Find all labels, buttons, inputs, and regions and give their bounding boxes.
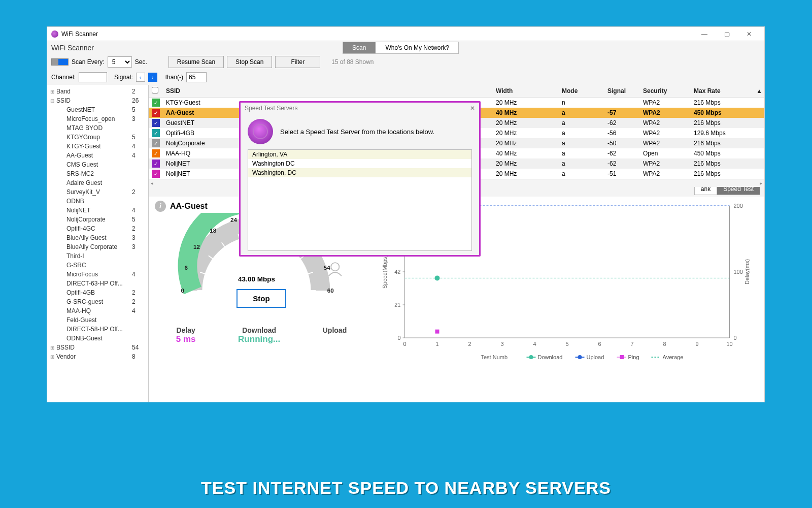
svg-text:6: 6 (598, 341, 601, 347)
signal-left-arrow[interactable]: ‹ (136, 73, 145, 82)
minimize-button[interactable]: — (693, 27, 716, 41)
sidebar-item[interactable]: CMS Guest (49, 160, 146, 169)
sidebar-item[interactable]: MTAG BYOD (49, 123, 146, 133)
filter-row: Channel: Signal: ‹ › than(-) (47, 70, 764, 85)
sidebar-item[interactable]: SRS-MC2 (49, 169, 146, 178)
col-mode[interactable]: Mode (559, 85, 604, 98)
svg-text:0: 0 (397, 335, 400, 341)
sidebar-item[interactable]: GuestNET5 (49, 105, 146, 114)
server-list-item[interactable]: Arlington, VA (248, 150, 471, 159)
sidebar: ⊞Band2 ⊟SSID26 GuestNET5MicroFocus_open3… (47, 85, 149, 402)
download-value: Running... (238, 334, 280, 344)
sec-label: Sec. (135, 58, 147, 66)
banner: TEST INTERNET SPEED TO NEARBY SERVERS (0, 467, 812, 508)
svg-text:Ping: Ping (628, 354, 639, 360)
subheader-title: WiFi Scanner (51, 44, 94, 52)
sidebar-item[interactable]: Feld-Guest (49, 315, 146, 325)
sidebar-item[interactable]: Optifi-4GB2 (49, 288, 146, 297)
sidebar-item[interactable]: DIRECT-63-HP Off... (49, 279, 146, 288)
tree-band[interactable]: ⊞Band2 (49, 87, 146, 96)
sidebar-item[interactable]: KTGYGroup5 (49, 133, 146, 142)
svg-text:Average: Average (663, 354, 684, 360)
stop-speedtest-button[interactable]: Stop (236, 289, 286, 308)
sidebar-item[interactable]: G-SRC (49, 261, 146, 270)
sidebar-item[interactable]: SurveyKit_V2 (49, 187, 146, 197)
svg-text:1: 1 (435, 341, 438, 347)
svg-text:3: 3 (500, 341, 503, 347)
delay-value: 5 ms (176, 334, 196, 344)
server-list-item[interactable]: Washington, DC (248, 168, 471, 177)
signal-label: Signal: (114, 74, 133, 81)
col-security[interactable]: Security (640, 85, 691, 98)
select-all-checkbox[interactable] (152, 87, 158, 93)
scan-indicator[interactable] (51, 58, 69, 66)
upload-label: Upload (323, 326, 347, 334)
svg-text:Download: Download (538, 354, 563, 360)
sidebar-item[interactable]: KTGY-Guest4 (49, 142, 146, 151)
svg-text:7: 7 (630, 341, 633, 347)
sidebar-item[interactable]: Adaire Guest (49, 178, 146, 187)
sidebar-item[interactable]: DIRECT-58-HP Off... (49, 325, 146, 334)
signal-right-arrow[interactable]: › (148, 73, 157, 82)
svg-text:10: 10 (726, 341, 732, 347)
channel-input[interactable] (79, 72, 107, 82)
tab-who-on-network[interactable]: Who's On My Network? (376, 42, 459, 54)
tree-vendor[interactable]: ⊞Vendor8 (49, 352, 146, 361)
user-icon (331, 263, 339, 271)
svg-text:18: 18 (210, 227, 217, 234)
sidebar-item[interactable]: Third-I (49, 251, 146, 261)
svg-text:54: 54 (324, 264, 331, 271)
sidebar-item[interactable]: MicroFocus4 (49, 270, 146, 279)
close-button[interactable]: ✕ (738, 27, 760, 41)
svg-text:12: 12 (193, 243, 200, 250)
speed-test-servers-modal: Speed Test Servers ✕ Select a Speed Test… (239, 101, 481, 257)
sidebar-item[interactable]: MAA-HQ4 (49, 306, 146, 315)
svg-text:0: 0 (734, 335, 737, 341)
tree-bssid[interactable]: ⊞BSSID54 (49, 343, 146, 352)
svg-text:200: 200 (734, 203, 743, 209)
modal-close-icon[interactable]: ✕ (470, 105, 475, 112)
maximize-button[interactable]: ▢ (716, 27, 738, 41)
scan-every-label: Scan Every: (72, 58, 105, 66)
resume-scan-button[interactable]: Resume Scan (168, 56, 224, 68)
svg-point-51 (435, 275, 440, 280)
sidebar-item[interactable]: Optifi-4GC2 (49, 224, 146, 233)
svg-text:24: 24 (230, 216, 238, 223)
app-window: WiFi Scanner — ▢ ✕ WiFi Scanner Scan Who… (47, 26, 765, 402)
sidebar-item[interactable]: ODNB-Guest (49, 334, 146, 343)
modal-prompt: Select a Speed Test Server from the loca… (280, 128, 434, 136)
scan-interval-select[interactable]: 5 (108, 56, 132, 68)
svg-text:0: 0 (181, 287, 184, 294)
svg-text:Speed(Mbps): Speed(Mbps) (382, 255, 388, 289)
tree-ssid[interactable]: ⊟SSID26 (49, 96, 146, 105)
svg-text:21: 21 (394, 302, 400, 308)
shown-count: 15 of 88 Shown (331, 58, 374, 66)
download-label: Download (238, 326, 280, 334)
titlebar: WiFi Scanner — ▢ ✕ (47, 27, 764, 41)
sidebar-item[interactable]: MicroFocus_open3 (49, 114, 146, 123)
sidebar-item[interactable]: NolijNET4 (49, 206, 146, 215)
svg-text:100: 100 (734, 269, 743, 275)
sidebar-item[interactable]: NolijCorporate5 (49, 215, 146, 224)
col-width[interactable]: Width (493, 85, 559, 98)
col-maxrate[interactable]: Max Rate (691, 85, 754, 98)
filter-button[interactable]: Filter (275, 56, 320, 68)
col-signal[interactable]: Signal (604, 85, 640, 98)
scroll-up-icon[interactable]: ▴ (754, 85, 764, 98)
than-input[interactable] (186, 72, 207, 82)
tab-scan[interactable]: Scan (343, 42, 376, 54)
sidebar-item[interactable]: BlueAlly Guest3 (49, 233, 146, 242)
server-list: Arlington, VAWashington DCWashington, DC (248, 149, 472, 251)
stop-scan-button[interactable]: Stop Scan (227, 56, 272, 68)
subheader: WiFi Scanner Scan Who's On My Network? (47, 41, 764, 54)
info-icon: i (155, 201, 166, 212)
svg-point-58 (529, 355, 533, 359)
sidebar-item[interactable]: AA-Guest4 (49, 151, 146, 160)
banner-text: TEST INTERNET SPEED TO NEARBY SERVERS (201, 478, 611, 498)
svg-text:9: 9 (695, 341, 698, 347)
sidebar-item[interactable]: ODNB (49, 197, 146, 206)
server-list-item[interactable]: Washington DC (248, 159, 471, 168)
sidebar-item[interactable]: G-SRC-guest2 (49, 297, 146, 306)
col-ssid[interactable]: SSID (163, 85, 239, 98)
sidebar-item[interactable]: BlueAlly Corporate3 (49, 242, 146, 251)
